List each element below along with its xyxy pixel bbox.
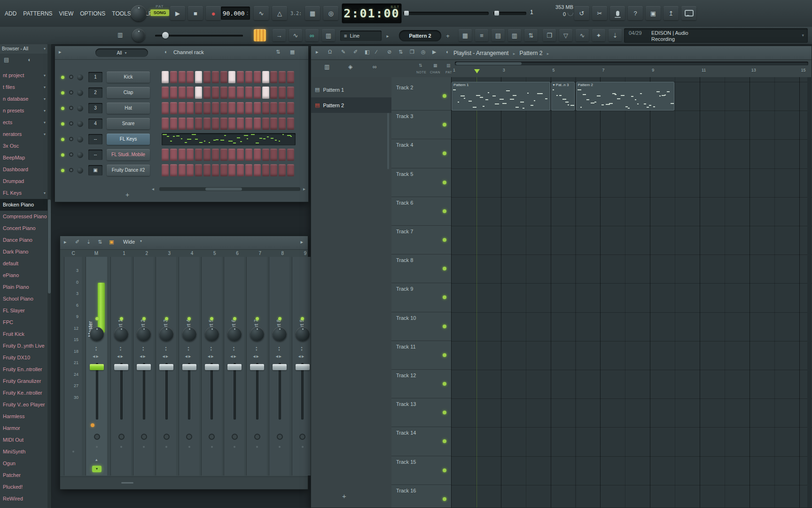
track-led[interactable] <box>443 209 446 213</box>
step-cell[interactable] <box>195 71 202 83</box>
channel-pan-knob[interactable] <box>77 152 83 158</box>
track-led[interactable] <box>443 382 446 386</box>
channel-piano-roll-preview[interactable] <box>162 133 296 145</box>
strip-led[interactable] <box>233 317 236 320</box>
track-led[interactable] <box>443 353 446 357</box>
track-header[interactable]: Track 16 <box>391 485 451 508</box>
step-cell[interactable] <box>228 118 235 130</box>
rack-grid-icon[interactable]: ▦ <box>290 49 295 55</box>
mixer-strip[interactable]: Insert 8▴ ▾◀▶ <box>269 257 289 476</box>
browser-item[interactable]: Plucked! <box>0 481 47 493</box>
step-cell[interactable] <box>195 118 202 130</box>
record-button[interactable]: ● <box>206 6 221 20</box>
channel-number[interactable]: -- <box>88 134 102 144</box>
channel-number[interactable]: -- <box>88 150 102 160</box>
channel-led[interactable] <box>61 91 64 95</box>
song-position-slider[interactable] <box>403 12 489 15</box>
mixer-scroll-handle[interactable] <box>121 482 133 484</box>
step-cell[interactable] <box>270 87 277 99</box>
channel-led[interactable] <box>61 153 64 157</box>
strip-pan-icons[interactable]: ◀▶ <box>93 355 100 358</box>
pattern-clip[interactable]: ▾ Pat..n 3 <box>551 82 575 111</box>
step-cell[interactable] <box>170 149 177 161</box>
pat-col-icon[interactable]: ▥ <box>446 63 451 68</box>
step-cell[interactable] <box>212 102 219 114</box>
channel-mute-toggle[interactable] <box>69 168 73 172</box>
strip-fader-handle[interactable] <box>137 364 151 370</box>
mixer-strip[interactable]: Insert 9▴ ▾◀▶ <box>292 257 312 476</box>
strip-stereo-sep-icon[interactable]: ▴ ▾ <box>165 346 166 351</box>
step-cell[interactable] <box>279 149 286 161</box>
mixer-toggle-icon[interactable]: ▥ <box>322 29 335 41</box>
track-header[interactable]: Track 4 <box>391 139 451 168</box>
channel-pan-knob[interactable] <box>77 105 83 111</box>
strip-pan-icons[interactable]: ◀▶ <box>185 355 192 358</box>
step-cell[interactable] <box>212 118 219 130</box>
browser-item[interactable]: Fruit Kick <box>0 328 47 340</box>
rack-scrollbar[interactable] <box>159 187 300 191</box>
rack-scrollbar-handle[interactable] <box>205 188 242 190</box>
strip-fader-groove[interactable] <box>256 363 258 420</box>
step-cell[interactable] <box>179 71 186 83</box>
browser-item[interactable]: Fruity DX10 <box>0 352 47 364</box>
picker-link-icon[interactable]: ∞ <box>373 64 377 70</box>
magnet-icon[interactable]: Ω <box>328 49 332 55</box>
browser-window-icon[interactable]: ⇅ <box>524 29 538 41</box>
step-cell[interactable] <box>245 71 252 83</box>
pattern-clip[interactable]: Pattern 2 <box>576 82 675 111</box>
track-led[interactable] <box>443 468 446 472</box>
strip-fader-groove[interactable] <box>234 363 236 420</box>
channel-rack-window-icon[interactable]: ▤ <box>492 29 505 41</box>
strip-volume-knob[interactable] <box>114 327 128 341</box>
step-cell[interactable] <box>187 102 194 114</box>
browser-item[interactable]: Fruity Ke..ntroller <box>0 387 47 399</box>
step-cell[interactable] <box>287 71 294 83</box>
step-cell[interactable] <box>237 87 244 99</box>
browser-item[interactable]: Concert Piano <box>0 222 47 234</box>
browser-item[interactable]: n database▾ <box>0 93 47 105</box>
performance-mode-icon[interactable]: ◈ <box>348 64 352 70</box>
track-led[interactable] <box>443 94 446 98</box>
browser-item[interactable]: nt project▾ <box>0 70 47 81</box>
pat-song-switch[interactable]: PAT SONG <box>150 4 169 16</box>
step-cell[interactable] <box>254 149 261 161</box>
step-cell[interactable] <box>254 164 261 176</box>
track-led[interactable] <box>443 123 446 127</box>
track-header[interactable]: Track 14 <box>391 427 451 456</box>
playlist-vscroll[interactable] <box>807 77 812 508</box>
channel-name-button[interactable]: Clap <box>107 87 150 98</box>
step-cell[interactable] <box>162 118 169 130</box>
mixer-strip-master[interactable]: Master▴ ▾◀▶▴▾ <box>86 257 107 476</box>
channel-rack-titlebar[interactable]: ▸ All ▾ ◖ Channel rack ⇅ ▦ <box>55 46 308 60</box>
step-cell[interactable] <box>179 87 186 99</box>
browser-item[interactable]: ePiano <box>0 270 47 281</box>
step-cell[interactable] <box>179 149 186 161</box>
mic-recording-icon[interactable] <box>610 6 625 20</box>
strip-stereo-sep-icon[interactable]: ▴ ▾ <box>233 346 234 351</box>
strip-fader-handle[interactable] <box>205 364 219 370</box>
channel-mute-toggle[interactable] <box>69 137 73 141</box>
step-cell[interactable] <box>187 118 194 130</box>
step-cell[interactable] <box>179 118 186 130</box>
playlist-window-icon[interactable]: ▦ <box>459 29 472 41</box>
brush-tool-icon[interactable]: ✐ <box>353 49 358 55</box>
strip-volume-knob[interactable] <box>205 327 219 341</box>
step-cell[interactable] <box>245 149 252 161</box>
play-button[interactable]: ▶ <box>170 6 185 20</box>
playlist-menu-icon[interactable]: ▸ <box>316 49 319 55</box>
strip-stereo-sep-icon[interactable]: ▴ ▾ <box>95 346 97 351</box>
master-fader[interactable] <box>98 283 105 333</box>
step-cell[interactable] <box>203 71 211 83</box>
step-cell[interactable] <box>162 149 169 161</box>
step-cell[interactable] <box>179 164 186 176</box>
clipboard-icon[interactable]: ❐ <box>543 29 556 41</box>
browser-item[interactable]: Harmless <box>0 411 47 422</box>
strip-clock-icon[interactable] <box>232 434 238 440</box>
track-header[interactable]: Track 12 <box>391 370 451 398</box>
typing-to-piano-icon[interactable]: ↺ <box>574 6 589 20</box>
channel-number[interactable]: 4 <box>88 119 102 129</box>
strip-fader-groove[interactable] <box>96 363 98 420</box>
strip-stereo-sep-icon[interactable]: ▴ ▾ <box>301 346 303 351</box>
browser-item[interactable]: t files▾ <box>0 81 47 93</box>
strip-fader-handle[interactable] <box>159 364 173 370</box>
